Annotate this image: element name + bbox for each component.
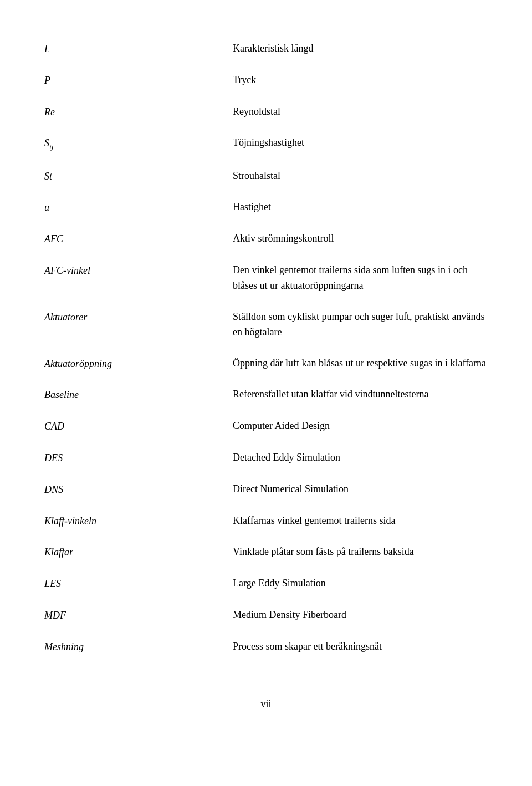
term-text: LES (44, 578, 61, 589)
definition-cell: Aktiv strömningskontroll (233, 223, 488, 255)
definition-cell: Detached Eddy Simulation (233, 442, 488, 474)
glossary-row: DNSDirect Numerical Simulation (44, 474, 488, 506)
definition-cell: Large Eddy Simulation (233, 568, 488, 600)
term-cell: P (44, 65, 233, 96)
definition-cell: Computer Aided Design (233, 411, 488, 442)
term-text: DES (44, 452, 63, 463)
term-text: DNS (44, 484, 63, 495)
term-cell: Baseline (44, 379, 233, 411)
glossary-row: Klaff-vinkelnKlaffarnas vinkel gentemot … (44, 506, 488, 537)
term-text: u (44, 202, 49, 213)
term-cell: Meshning (44, 631, 233, 663)
definition-cell: Hastighet (233, 192, 488, 223)
glossary-row: AktuatoröppningÖppning där luft kan blås… (44, 348, 488, 380)
definition-cell: Ställdon som cykliskt pumpar och suger l… (233, 302, 488, 348)
term-text: Aktuatorer (44, 312, 87, 323)
term-text: Sij (44, 137, 54, 149)
definition-cell: Töjningshastighet (233, 127, 488, 160)
definition-cell: Öppning där luft kan blåsas ut ur respek… (233, 348, 488, 380)
term-cell: Aktuatoröppning (44, 348, 233, 380)
term-text: St (44, 171, 52, 182)
glossary-row: CADComputer Aided Design (44, 411, 488, 442)
definition-cell: Medium Density Fiberboard (233, 600, 488, 631)
glossary-row: MDFMedium Density Fiberboard (44, 600, 488, 631)
term-text: MDF (44, 610, 66, 621)
glossary-row: AFCAktiv strömningskontroll (44, 223, 488, 255)
definition-cell: Karakteristisk längd (233, 33, 488, 65)
definition-cell: Process som skapar ett beräkningsnät (233, 631, 488, 663)
glossary-row: SijTöjningshastighet (44, 127, 488, 160)
term-text: Re (44, 106, 55, 118)
glossary-row: PTryck (44, 65, 488, 96)
term-text: Aktuatoröppning (44, 358, 112, 369)
definition-cell: Reynoldstal (233, 96, 488, 128)
definition-cell: Klaffarnas vinkel gentemot trailerns sid… (233, 506, 488, 537)
glossary-table: LKarakteristisk längdPTryckReReynoldstal… (44, 33, 488, 663)
glossary-row: uHastighet (44, 192, 488, 223)
glossary-row: AktuatorerStälldon som cykliskt pumpar o… (44, 302, 488, 348)
term-cell: MDF (44, 600, 233, 631)
term-text: L (44, 43, 50, 54)
glossary-row: StStrouhalstal (44, 161, 488, 192)
glossary-row: LESLarge Eddy Simulation (44, 568, 488, 600)
definition-cell: Referensfallet utan klaffar vid vindtunn… (233, 379, 488, 411)
page-footer: vii (44, 696, 488, 712)
definition-cell: Vinklade plåtar som fästs på trailerns b… (233, 537, 488, 568)
glossary-row: DESDetached Eddy Simulation (44, 442, 488, 474)
term-text: P (44, 75, 50, 86)
glossary-row: MeshningProcess som skapar ett beräkning… (44, 631, 488, 663)
term-cell: St (44, 161, 233, 192)
term-cell: L (44, 33, 233, 65)
term-text: Meshning (44, 641, 84, 652)
glossary-row: ReReynoldstal (44, 96, 488, 128)
term-cell: DNS (44, 474, 233, 506)
term-cell: Sij (44, 127, 233, 160)
term-text: Baseline (44, 389, 79, 400)
glossary-row: LKarakteristisk längd (44, 33, 488, 65)
term-cell: DES (44, 442, 233, 474)
term-cell: AFC-vinkel (44, 255, 233, 302)
glossary-row: BaselineReferensfallet utan klaffar vid … (44, 379, 488, 411)
definition-cell: Direct Numerical Simulation (233, 474, 488, 506)
page-number: vii (260, 698, 271, 710)
glossary-row: AFC-vinkelDen vinkel gentemot trailerns … (44, 255, 488, 302)
glossary-row: KlaffarVinklade plåtar som fästs på trai… (44, 537, 488, 568)
term-cell: u (44, 192, 233, 223)
definition-cell: Strouhalstal (233, 161, 488, 192)
definition-cell: Den vinkel gentemot trailerns sida som l… (233, 255, 488, 302)
term-text: AFC (44, 233, 63, 244)
term-cell: Aktuatorer (44, 302, 233, 348)
term-cell: CAD (44, 411, 233, 442)
term-cell: LES (44, 568, 233, 600)
term-text: CAD (44, 421, 64, 432)
term-text: Klaff-vinkeln (44, 516, 96, 527)
term-cell: Klaff-vinkeln (44, 506, 233, 537)
term-text: Klaffar (44, 547, 73, 558)
term-cell: Klaffar (44, 537, 233, 568)
term-cell: Re (44, 96, 233, 128)
definition-cell: Tryck (233, 65, 488, 96)
term-cell: AFC (44, 223, 233, 255)
term-text: AFC-vinkel (44, 265, 90, 276)
